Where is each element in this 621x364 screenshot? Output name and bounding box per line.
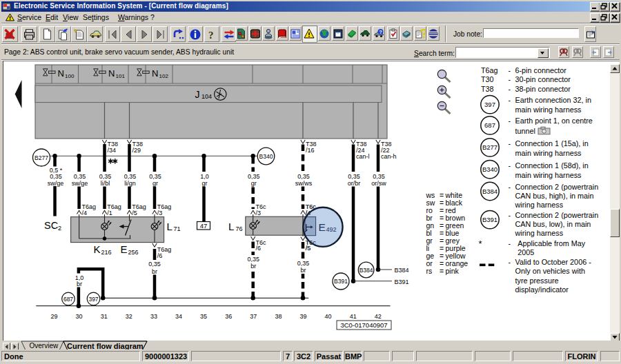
svg-text:B391: B391 [395, 279, 409, 285]
svg-text:41: 41 [350, 313, 357, 320]
svg-text:br: br [300, 267, 306, 274]
svg-text:30: 30 [76, 313, 83, 320]
svg-text:gr: gr [251, 180, 257, 187]
svg-text:397: 397 [88, 296, 98, 303]
svg-text:/3: /3 [256, 210, 262, 216]
svg-text:2005: 2005 [518, 248, 534, 256]
svg-text:/34: /34 [108, 147, 117, 154]
svg-text:Earth point 1, on centre: Earth point 1, on centre [515, 117, 593, 125]
svg-text:-: - [509, 211, 511, 219]
svg-text:L: L [228, 221, 234, 232]
svg-text:-: - [509, 96, 511, 104]
svg-text:/4: /4 [81, 210, 87, 216]
svg-text:?: ? [208, 30, 214, 40]
svg-text:can-l: can-l [356, 153, 370, 160]
svg-text:33: 33 [150, 313, 157, 320]
svg-text:br: br [250, 263, 256, 270]
svg-text:B340: B340 [482, 165, 497, 173]
svg-text:/6: /6 [256, 245, 262, 252]
svg-text:B384: B384 [359, 267, 373, 274]
svg-text:?: ? [379, 30, 382, 34]
svg-text:1,0: 1,0 [200, 173, 209, 180]
svg-text:-: - [509, 258, 511, 266]
svg-text:-: - [509, 75, 511, 83]
svg-text:*: * [479, 239, 482, 249]
svg-text:-: - [509, 117, 511, 125]
svg-text:40: 40 [325, 313, 332, 320]
svg-text:Only on vehicles with: Only on vehicles with [515, 267, 585, 275]
svg-text:li/gn: li/gn [124, 180, 136, 187]
svg-text:gr: gr [152, 180, 158, 187]
svg-text:SC: SC [44, 220, 58, 231]
svg-text:br: br [152, 268, 157, 275]
svg-text:tyre pressure: tyre pressure [515, 276, 559, 285]
svg-text:CAN bus, high), in main: CAN bus, high), in main [515, 192, 594, 200]
svg-text:-: - [509, 66, 511, 74]
svg-text:Overview: Overview [30, 342, 59, 350]
svg-text:pink: pink [446, 267, 460, 275]
svg-text:0,35: 0,35 [373, 173, 385, 180]
svg-text:32: 32 [126, 313, 132, 320]
svg-text:Earth connection 32, in: Earth connection 32, in [515, 96, 591, 104]
svg-text:B277: B277 [482, 143, 497, 151]
svg-text:gr: gr [201, 180, 207, 187]
svg-text:687: 687 [484, 121, 495, 129]
svg-text:6-pin connector: 6-pin connector [515, 66, 567, 74]
svg-text:38: 38 [275, 313, 282, 320]
svg-text:216: 216 [101, 249, 112, 256]
svg-text:0,35: 0,35 [124, 173, 137, 180]
svg-text:3C0-017040907: 3C0-017040907 [340, 321, 387, 329]
svg-text:main wiring harness: main wiring harness [515, 149, 582, 157]
svg-text:/29: /29 [132, 147, 141, 154]
svg-text:T6ag: T6ag [481, 66, 498, 74]
svg-text:47: 47 [200, 222, 208, 230]
svg-text:Connection 1 (58d), in: Connection 1 (58d), in [515, 161, 589, 170]
svg-text:or/sw: or/sw [371, 180, 386, 187]
svg-text:sw/ws: sw/ws [295, 180, 313, 187]
svg-text:T38: T38 [481, 85, 494, 93]
svg-text:102: 102 [159, 73, 169, 79]
svg-text:li/bl: li/bl [101, 180, 110, 187]
svg-text:35: 35 [200, 313, 207, 320]
svg-text:2: 2 [58, 225, 61, 232]
svg-text:wiring harness: wiring harness [515, 201, 564, 209]
svg-text:31: 31 [101, 313, 108, 320]
svg-text:36: 36 [225, 313, 232, 320]
svg-text:sw/ge: sw/ge [72, 180, 88, 187]
svg-text:38-pin connector: 38-pin connector [515, 85, 571, 93]
svg-text:Applicable from May: Applicable from May [518, 239, 585, 247]
svg-text:Valid to October 2006 -: Valid to October 2006 - [515, 258, 592, 266]
svg-text:B391: B391 [482, 216, 497, 223]
svg-text:0,35: 0,35 [148, 261, 161, 267]
svg-text:B391: B391 [334, 278, 348, 285]
svg-text:34: 34 [175, 313, 182, 320]
svg-text:101: 101 [116, 73, 126, 79]
svg-text:492: 492 [326, 226, 337, 233]
svg-text:or/br: or/br [348, 180, 361, 187]
svg-text:397: 397 [484, 101, 495, 108]
svg-text:can-h: can-h [381, 153, 397, 160]
svg-text:0,35: 0,35 [50, 173, 62, 180]
svg-text:K: K [94, 243, 101, 255]
svg-text:CAN bus, low), in main: CAN bus, low), in main [515, 220, 591, 228]
svg-text:/3: /3 [157, 210, 163, 216]
svg-text:N: N [108, 68, 115, 79]
svg-text:B340: B340 [259, 153, 273, 160]
svg-text:display/indicator: display/indicator [515, 285, 569, 294]
svg-text:T30: T30 [481, 75, 494, 83]
svg-text:/6: /6 [157, 252, 163, 259]
svg-text:sw/ge: sw/ge [48, 180, 64, 187]
svg-text:0,35: 0,35 [99, 173, 112, 180]
svg-text:Connection 2 (powertrain: Connection 2 (powertrain [515, 211, 599, 219]
svg-text:29: 29 [50, 313, 57, 320]
svg-text:42: 42 [375, 313, 382, 320]
svg-text:104: 104 [201, 93, 212, 100]
svg-text:main wiring harness: main wiring harness [515, 171, 582, 179]
svg-text:Connection 2 (powertrain: Connection 2 (powertrain [515, 183, 599, 191]
svg-text:76: 76 [236, 225, 243, 232]
svg-text:687: 687 [63, 296, 73, 303]
svg-text:0,35: 0,35 [248, 173, 260, 180]
svg-text:wiring harness: wiring harness [515, 229, 564, 237]
svg-text:/16: /16 [306, 147, 315, 154]
svg-text:39: 39 [299, 313, 306, 320]
